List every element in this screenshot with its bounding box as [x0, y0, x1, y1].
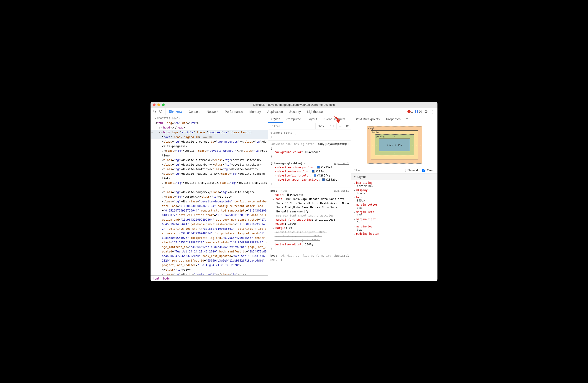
message-count: 20: [419, 110, 422, 113]
tab-security[interactable]: Security: [286, 108, 304, 115]
group-toggle[interactable]: Group: [421, 168, 435, 173]
more-menu-icon[interactable]: ⋮: [430, 109, 434, 114]
layout-section-header[interactable]: Layout: [351, 174, 438, 180]
computed-prop[interactable]: margin-left0px: [351, 210, 438, 217]
tab-elements[interactable]: Elements: [166, 108, 185, 115]
styles-toolbar: Filter :hov .cls ▾: [268, 123, 351, 129]
computed-layout-section: Layout box-sizingborder-boxdisplayblockh…: [351, 174, 438, 237]
error-circle-icon: ✕: [407, 110, 411, 113]
computed-view-icon[interactable]: [344, 123, 351, 129]
box-model-diagram[interactable]: margin border padding 1171 × 845 - - - -…: [351, 123, 438, 167]
subtabs-more-icon[interactable]: »: [404, 117, 411, 121]
hov-toggle[interactable]: :hov: [315, 123, 326, 129]
box-border-left: -: [372, 144, 373, 146]
inspect-element-icon[interactable]: [153, 109, 157, 114]
computed-prop[interactable]: height845px: [351, 195, 438, 203]
box-border-top: -: [394, 131, 395, 133]
subtab-layout[interactable]: Layout: [304, 115, 320, 123]
toolbar-right: ✕ 1 ❚ 20 ⚙ ⋮: [404, 109, 438, 114]
box-padding-top: -: [394, 135, 395, 137]
toolbar-left: [150, 108, 166, 115]
titlebar: DevTools - developers.google.com/web/too…: [150, 102, 438, 108]
computed-prop[interactable]: displayblock: [351, 188, 438, 195]
dom-tree[interactable]: <!DOCTYPE html><html lang="en" dir="ltr"…: [150, 115, 268, 275]
svg-rect-2: [161, 111, 162, 113]
error-count: 1: [411, 110, 413, 113]
minimize-window-icon[interactable]: [157, 103, 160, 106]
box-margin-label: margin: [368, 127, 375, 130]
main-tab-list: Elements Console Network Performance Mem…: [166, 108, 404, 115]
box-margin-bottom: -: [394, 161, 395, 163]
tab-lighthouse[interactable]: Lighthouse: [304, 108, 326, 115]
tab-network[interactable]: Network: [204, 108, 222, 115]
chevron-down-icon: ▾: [341, 125, 342, 127]
show-all-toggle[interactable]: Show all: [402, 168, 419, 173]
panel-computed: DOM Breakpoints Properties » margin bord…: [351, 115, 438, 281]
stylesheet-link[interactable]: app.css:1: [334, 142, 349, 146]
main-tabs: Elements Console Network Performance Mem…: [150, 108, 438, 115]
tab-application[interactable]: Application: [264, 108, 286, 115]
show-all-checkbox[interactable]: [403, 169, 406, 172]
styles-filter-input[interactable]: Filter: [268, 123, 316, 129]
error-badge[interactable]: ✕ 1: [407, 110, 413, 113]
box-border-bottom: -: [394, 156, 395, 159]
stylesheet-link[interactable]: app.css:1: [334, 254, 349, 258]
computed-prop[interactable]: margin-right0px: [351, 217, 438, 225]
message-icon: ❚: [415, 110, 418, 113]
group-checkbox[interactable]: [422, 169, 425, 172]
computed-properties-list[interactable]: box-sizingborder-boxdisplayblockheight84…: [351, 180, 438, 237]
subtab-event-listeners[interactable]: Event Listeners: [320, 115, 349, 123]
subtab-computed[interactable]: Computed: [283, 115, 304, 123]
computed-prop[interactable]: margin-bottom0px: [351, 203, 438, 210]
box-border-label: border: [372, 131, 379, 134]
box-margin-right: -: [420, 144, 421, 146]
computed-prop[interactable]: margin-top0px: [351, 225, 438, 232]
tab-console[interactable]: Console: [185, 108, 203, 115]
workspace: <!DOCTYPE html><html lang="en" dir="ltr"…: [150, 115, 438, 281]
subtab-properties[interactable]: Properties: [383, 115, 404, 123]
cls-toggle[interactable]: .cls: [326, 123, 336, 129]
message-badge[interactable]: ❚ 20: [415, 110, 422, 113]
device-toolbar-icon[interactable]: [159, 109, 163, 114]
styles-rules[interactable]: element.style {}app.css:1.devsite-book-n…: [268, 129, 351, 281]
settings-icon[interactable]: ⚙: [424, 109, 428, 114]
box-margin-top: -: [394, 127, 395, 129]
tab-memory[interactable]: Memory: [246, 108, 264, 115]
computed-prop[interactable]: box-sizingborder-box: [351, 181, 438, 188]
box-margin-left: -: [368, 144, 369, 146]
new-style-rule-button[interactable]: ▾: [336, 123, 344, 129]
devtools-window: DevTools - developers.google.com/web/too…: [150, 102, 438, 281]
computed-filter-bar: Filter Show all Group: [351, 167, 438, 174]
subtab-dom-breakpoints[interactable]: DOM Breakpoints: [351, 115, 383, 123]
box-padding-right: -: [412, 144, 413, 146]
styles-subtabs: Styles Computed Layout Event Listeners: [268, 115, 351, 123]
breadcrumb: html body: [150, 275, 268, 281]
maximize-window-icon[interactable]: [162, 103, 165, 106]
window-title: DevTools - developers.google.com/web/too…: [150, 103, 438, 106]
stylesheet-link[interactable]: app.css:1: [334, 189, 349, 193]
box-content-size: 1171 × 845: [387, 144, 402, 147]
box-padding-left: -: [376, 144, 377, 146]
breadcrumb-body[interactable]: body: [163, 277, 170, 280]
stylesheet-link[interactable]: app.css:1: [334, 161, 349, 165]
panel-elements: <!DOCTYPE html><html lang="en" dir="ltr"…: [150, 115, 268, 281]
computed-filter-input[interactable]: Filter: [354, 169, 399, 172]
close-window-icon[interactable]: [153, 103, 156, 106]
window-controls: [153, 103, 165, 106]
computed-prop[interactable]: padding-bottom: [351, 232, 438, 236]
box-border-right: -: [416, 144, 417, 146]
panel-styles: Styles Computed Layout Event Listeners F…: [268, 115, 351, 281]
right-subtabs: DOM Breakpoints Properties »: [351, 115, 438, 123]
box-padding-label: padding: [377, 135, 385, 138]
breadcrumb-html[interactable]: html: [153, 277, 159, 280]
box-padding-bottom: -: [394, 152, 395, 155]
subtab-styles[interactable]: Styles: [268, 115, 283, 123]
tab-performance[interactable]: Performance: [222, 108, 246, 115]
